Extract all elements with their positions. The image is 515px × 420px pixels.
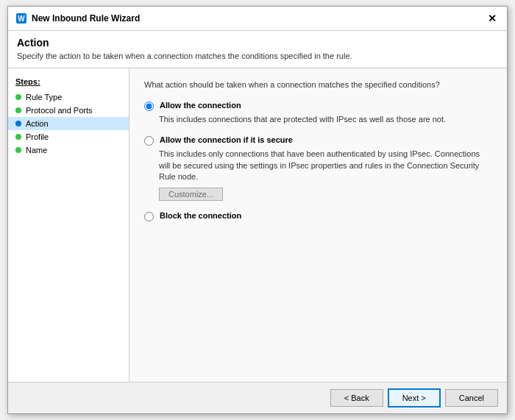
question-text: What action should be taken when a conne… bbox=[144, 80, 492, 89]
sidebar-item-label: Profile bbox=[26, 132, 49, 141]
step-indicator bbox=[15, 94, 21, 100]
sidebar-title: Steps: bbox=[8, 76, 129, 90]
content-area: Steps: Rule Type Protocol and Ports Acti… bbox=[8, 68, 507, 382]
sidebar-item-protocol-ports[interactable]: Protocol and Ports bbox=[8, 104, 129, 117]
option-allow-desc: This includes connections that are prote… bbox=[159, 114, 492, 125]
option-allow-secure-label[interactable]: Allow the connection if it is secure bbox=[160, 135, 293, 144]
option-allow-secure-desc: This includes only connections that have… bbox=[159, 149, 492, 182]
option-block-label[interactable]: Block the connection bbox=[160, 211, 241, 220]
footer: < Back Next > Cancel bbox=[8, 382, 507, 413]
option-allow-secure-row: Allow the connection if it is secure bbox=[144, 135, 492, 146]
option-block-row: Block the connection bbox=[144, 211, 492, 221]
sidebar: Steps: Rule Type Protocol and Ports Acti… bbox=[8, 68, 129, 382]
page-title: Action bbox=[17, 37, 498, 49]
step-indicator bbox=[15, 121, 21, 127]
title-bar: W New Inbound Rule Wizard ✕ bbox=[8, 7, 507, 31]
close-button[interactable]: ✕ bbox=[485, 11, 500, 26]
back-button[interactable]: < Back bbox=[330, 389, 383, 407]
radio-allow-secure[interactable] bbox=[144, 136, 154, 146]
wizard-window: W New Inbound Rule Wizard ✕ Action Speci… bbox=[7, 6, 508, 414]
svg-text:W: W bbox=[18, 15, 25, 23]
sidebar-item-name[interactable]: Name bbox=[8, 143, 129, 157]
cancel-button[interactable]: Cancel bbox=[445, 389, 498, 407]
sidebar-item-profile[interactable]: Profile bbox=[8, 130, 129, 143]
page-header: Action Specify the action to be taken wh… bbox=[8, 31, 507, 68]
step-indicator bbox=[15, 147, 21, 153]
sidebar-item-action[interactable]: Action bbox=[8, 117, 129, 130]
option-allow-secure-group: Allow the connection if it is secure Thi… bbox=[144, 135, 492, 200]
option-allow-label[interactable]: Allow the connection bbox=[160, 101, 241, 110]
next-button[interactable]: Next > bbox=[388, 388, 441, 407]
customize-button[interactable]: Customize... bbox=[159, 188, 223, 201]
main-content: What action should be taken when a conne… bbox=[129, 68, 507, 382]
radio-block[interactable] bbox=[144, 212, 154, 221]
page-description: Specify the action to be taken when a co… bbox=[17, 51, 498, 60]
window-title: New Inbound Rule Wizard bbox=[32, 13, 140, 24]
sidebar-item-label: Protocol and Ports bbox=[26, 106, 93, 115]
app-icon: W bbox=[15, 13, 27, 24]
step-indicator bbox=[15, 107, 21, 113]
sidebar-item-rule-type[interactable]: Rule Type bbox=[8, 90, 129, 104]
step-indicator bbox=[15, 134, 21, 140]
radio-allow[interactable] bbox=[144, 102, 154, 111]
sidebar-item-label: Name bbox=[26, 146, 47, 154]
sidebar-item-label: Rule Type bbox=[26, 93, 62, 102]
sidebar-item-label: Action bbox=[26, 119, 49, 128]
option-block-group: Block the connection bbox=[144, 211, 492, 221]
option-allow-row: Allow the connection bbox=[144, 101, 492, 111]
option-allow-group: Allow the connection This includes conne… bbox=[144, 101, 492, 125]
